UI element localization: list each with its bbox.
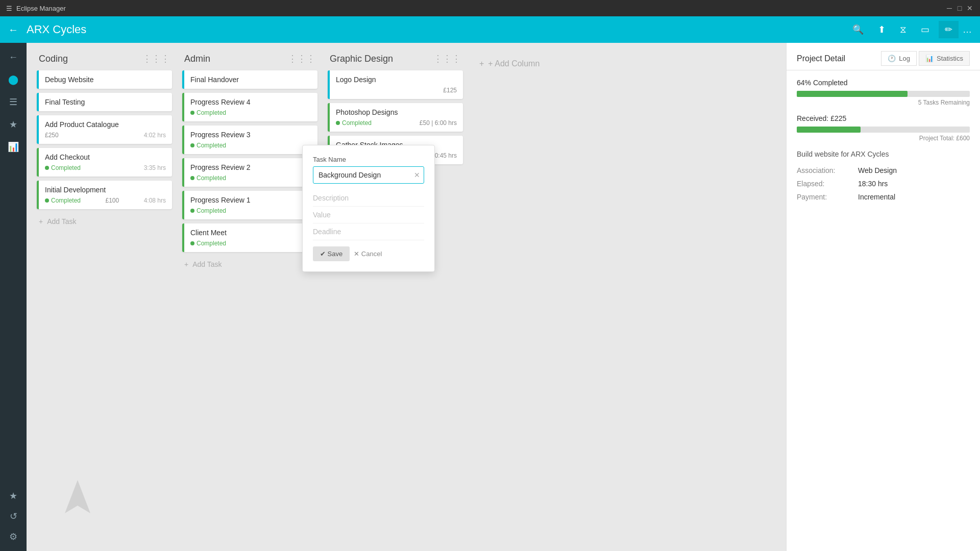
tab-statistics[interactable]: 📊 Statistics: [919, 51, 970, 66]
project-description: Build website for ARX Cycles: [797, 150, 970, 158]
task-card-progress-review-4[interactable]: Progress Review 4 Completed: [182, 93, 317, 121]
task-amount: £250: [45, 132, 59, 139]
add-column-button[interactable]: + + Add Column: [473, 55, 546, 72]
view-toggle-button[interactable]: ▭: [916, 21, 935, 38]
minimize-button[interactable]: ─: [945, 4, 953, 12]
task-meta: Completed: [190, 142, 311, 149]
status-label: Completed: [197, 207, 226, 214]
right-panel-body: 64% Completed 5 Tasks Remaining Received…: [787, 70, 980, 551]
tasks-remaining: 5 Tasks Remaining: [797, 99, 970, 106]
task-card-progress-review-2[interactable]: Progress Review 2 Completed: [182, 158, 317, 187]
task-title: Add Product Catalogue: [45, 120, 166, 129]
popup-deadline-field[interactable]: Deadline: [313, 223, 424, 240]
task-card-debug-website[interactable]: Debug Website: [37, 70, 172, 89]
received-bar-bg: [797, 127, 970, 133]
column-menu-coding[interactable]: ⋮⋮⋮: [142, 53, 170, 64]
sidebar-item-star[interactable]: ★: [3, 114, 23, 135]
popup-description-field[interactable]: Description: [313, 190, 424, 207]
task-card-final-testing[interactable]: Final Testing: [37, 93, 172, 111]
status-dot: [190, 143, 194, 147]
task-card-final-handover[interactable]: Final Handover: [182, 70, 317, 89]
stats-icon: 📊: [925, 55, 934, 62]
upload-button[interactable]: ⬆: [873, 21, 891, 38]
detail-row-association: Association: Web Design: [797, 166, 970, 174]
edit-button[interactable]: ✏: [939, 21, 959, 38]
app-header: ← ARX Cycles 🔍 ⬆ ⧖ ▭ ✏ …: [0, 16, 980, 43]
task-meta: £125: [336, 87, 457, 94]
filter-button[interactable]: ⧖: [895, 21, 912, 38]
right-panel-header: Project Detail 🕐 Log 📊 Statistics: [787, 43, 980, 70]
popup-input-wrapper: ✕: [313, 166, 424, 184]
task-status: Completed: [190, 109, 226, 116]
title-bar: ☰ Eclipse Manager ─ □ ✕: [0, 0, 980, 16]
add-task-coding[interactable]: + Add Task: [37, 213, 172, 230]
task-meta: Completed: [190, 207, 311, 214]
status-dot: [45, 166, 49, 170]
project-total: Project Total: £600: [797, 135, 970, 142]
status-dot: [190, 111, 194, 115]
received-section: Received: £225 Project Total: £600: [797, 114, 970, 142]
column-header-admin: Admin ⋮⋮⋮: [182, 53, 317, 64]
task-status: Completed: [336, 119, 372, 127]
popup-cancel-button[interactable]: ✕ Cancel: [354, 246, 382, 261]
back-button[interactable]: ←: [8, 24, 18, 36]
sidebar-item-favorites[interactable]: ★: [3, 486, 23, 506]
app-icon: ☰: [6, 5, 12, 12]
task-status: Completed: [190, 240, 226, 247]
add-task-admin[interactable]: + Add Task: [182, 256, 317, 272]
sidebar-item-list[interactable]: ☰: [3, 92, 23, 112]
task-card-progress-review-3[interactable]: Progress Review 3 Completed: [182, 126, 317, 154]
task-time: 3:35 hrs: [144, 164, 166, 171]
status-label: Completed: [197, 240, 226, 247]
column-menu-admin[interactable]: ⋮⋮⋮: [288, 53, 315, 64]
task-meta: Completed 3:35 hrs: [45, 164, 166, 171]
task-meta: Completed: [190, 174, 311, 182]
close-button[interactable]: ✕: [966, 4, 974, 12]
task-title: Progress Review 1: [190, 196, 311, 204]
maximize-button[interactable]: □: [955, 4, 964, 12]
board-area: Coding ⋮⋮⋮ Debug Website Final Testing A…: [27, 43, 786, 551]
window-controls: ─ □ ✕: [945, 4, 974, 12]
status-label: Completed: [342, 119, 372, 127]
task-card-add-checkout[interactable]: Add Checkout Completed 3:35 hrs: [37, 148, 172, 177]
main-content: Coding ⋮⋮⋮ Debug Website Final Testing A…: [27, 43, 786, 551]
task-card-add-product-catalogue[interactable]: Add Product Catalogue £250 4:02 hrs: [37, 115, 172, 144]
clear-input-icon[interactable]: ✕: [414, 171, 420, 179]
status-label: Completed: [51, 164, 81, 171]
column-menu-graphic-design[interactable]: ⋮⋮⋮: [433, 53, 461, 64]
task-status: Completed: [190, 207, 226, 214]
sidebar-item-back[interactable]: ←: [3, 47, 23, 67]
task-card-progress-review-1[interactable]: Progress Review 1 Completed: [182, 191, 317, 219]
popup-save-button[interactable]: ✔ Save: [313, 246, 350, 261]
detail-val-elapsed: 18:30 hrs: [858, 180, 888, 188]
task-card-client-meet[interactable]: Client Meet Completed: [182, 223, 317, 252]
add-task-icon: +: [184, 260, 188, 268]
status-label: Completed: [197, 142, 226, 149]
task-time: 4:02 hrs: [144, 132, 166, 139]
progress-section: 64% Completed 5 Tasks Remaining: [797, 79, 970, 106]
right-panel: Project Detail 🕐 Log 📊 Statistics 64% Co…: [786, 43, 980, 551]
popup-actions: ✔ Save ✕ Cancel: [313, 246, 424, 261]
more-button[interactable]: …: [963, 21, 972, 38]
sidebar-item-settings[interactable]: ⚙: [3, 527, 23, 547]
task-status: Completed: [190, 142, 226, 149]
task-name-input[interactable]: [313, 166, 424, 184]
task-title: Debug Website: [45, 76, 166, 84]
sidebar-item-refresh[interactable]: ↺: [3, 506, 23, 527]
add-task-icon: +: [39, 217, 43, 226]
sidebar-item-home[interactable]: ⬤: [3, 69, 23, 90]
popup-value-field[interactable]: Value: [313, 207, 424, 223]
task-card-logo-design[interactable]: Logo Design £125: [328, 70, 463, 99]
sidebar-item-chart[interactable]: 📊: [3, 137, 23, 157]
task-card-initial-development[interactable]: Initial Development Completed £100 4:08 …: [37, 181, 172, 209]
task-title: Client Meet: [190, 229, 311, 237]
status-label: Completed: [197, 109, 226, 116]
task-card-photoshop-designs[interactable]: Photoshop Designs Completed £50 | 6:00 h…: [328, 103, 463, 132]
task-meta: Completed £100 4:08 hrs: [45, 197, 166, 204]
column-title-graphic-design: Graphic Design: [330, 54, 393, 64]
tab-log[interactable]: 🕐 Log: [881, 51, 917, 66]
search-button[interactable]: 🔍: [847, 21, 869, 38]
main-layout: ← ⬤ ☰ ★ 📊 ★ ↺ ⚙ Coding ⋮⋮⋮ Debug Website: [0, 43, 980, 551]
detail-val-payment: Incremental: [858, 193, 895, 201]
column-header-coding: Coding ⋮⋮⋮: [37, 53, 172, 64]
